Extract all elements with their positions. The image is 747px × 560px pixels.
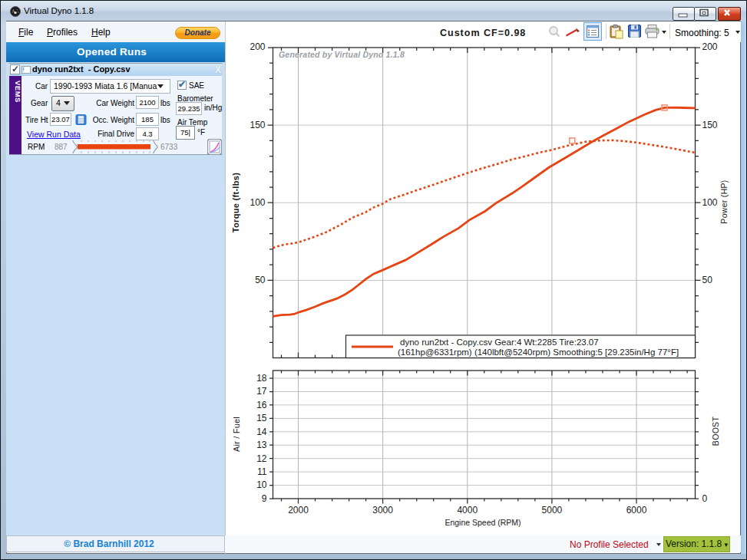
svg-text:Torque (ft-lbs): Torque (ft-lbs) xyxy=(231,173,240,232)
svg-text:(161hp@6331rpm) (140lbft@5240r: (161hp@6331rpm) (140lbft@5240rpm) Smooth… xyxy=(398,348,679,357)
svg-text:16: 16 xyxy=(256,400,267,410)
svg-text:150: 150 xyxy=(702,120,718,130)
svg-text:15: 15 xyxy=(256,413,267,423)
svg-text:12: 12 xyxy=(256,453,267,464)
svg-text:dyno run2txt - Copy.csv Gear:4: dyno run2txt - Copy.csv Gear:4 Wt:2285 T… xyxy=(400,338,599,347)
svg-text:17: 17 xyxy=(256,386,267,397)
svg-text:Engine Speed (RPM): Engine Speed (RPM) xyxy=(445,518,521,527)
svg-text:6000: 6000 xyxy=(626,505,647,516)
svg-text:Air / Fuel: Air / Fuel xyxy=(232,417,241,452)
svg-text:150: 150 xyxy=(250,120,265,130)
svg-text:100: 100 xyxy=(250,197,265,208)
svg-text:13: 13 xyxy=(256,440,267,450)
svg-text:10: 10 xyxy=(256,479,267,490)
svg-text:200: 200 xyxy=(702,42,718,52)
svg-text:9: 9 xyxy=(262,493,267,504)
svg-text:11: 11 xyxy=(257,466,267,477)
svg-text:4000: 4000 xyxy=(457,505,478,516)
svg-text:18: 18 xyxy=(256,373,267,384)
svg-text:2000: 2000 xyxy=(288,505,309,516)
svg-text:5000: 5000 xyxy=(542,505,563,516)
svg-text:50: 50 xyxy=(255,275,266,285)
svg-text:14: 14 xyxy=(256,427,267,437)
svg-text:100: 100 xyxy=(702,197,718,208)
svg-text:50: 50 xyxy=(702,275,713,285)
svg-text:0: 0 xyxy=(702,493,708,504)
svg-text:200: 200 xyxy=(250,42,265,52)
svg-text:3000: 3000 xyxy=(372,505,393,516)
svg-text:BOOST: BOOST xyxy=(711,417,720,446)
svg-text:Generated by Virtual Dyno 1.1.: Generated by Virtual Dyno 1.1.8 xyxy=(279,50,405,59)
svg-text:Power (HP): Power (HP) xyxy=(719,180,729,223)
